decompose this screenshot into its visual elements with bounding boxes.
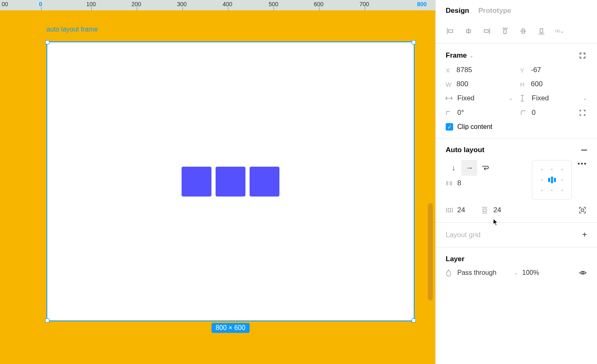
ruler-tick: 200: [131, 1, 141, 7]
alignment-center-indicator: [548, 177, 556, 183]
ruler-tick: 700: [359, 1, 369, 7]
align-bottom-icon[interactable]: [537, 27, 546, 36]
svg-rect-30: [483, 209, 486, 211]
individual-corners-icon[interactable]: [578, 108, 587, 117]
tab-prototype[interactable]: Prototype: [478, 7, 511, 15]
h-sizing-select[interactable]: Fixed: [457, 94, 505, 102]
panel-tabs: Design Prototype: [436, 0, 597, 22]
ruler-tick: 600: [314, 1, 323, 7]
selected-frame[interactable]: 800 × 600: [46, 41, 415, 321]
individual-padding-icon[interactable]: [578, 206, 587, 215]
padding-h-icon: [446, 207, 453, 213]
inspector-panel: Design Prototype ⌄ Frame ⌄ X8785 Y-67 W8…: [435, 0, 597, 364]
ruler-horizontal: 00 0 100 200 300 400 500 600 700 800: [0, 0, 435, 10]
svg-point-40: [582, 272, 584, 274]
alignment-box[interactable]: [532, 160, 572, 200]
align-hcenter-icon[interactable]: [464, 27, 473, 36]
y-input[interactable]: -67: [531, 66, 587, 74]
selection-dimensions-badge: 800 × 600: [211, 323, 250, 333]
padding-v-input[interactable]: 24: [493, 206, 501, 214]
add-layout-grid-icon[interactable]: +: [582, 230, 587, 240]
resize-handle-top-right[interactable]: [412, 40, 416, 44]
align-right-icon[interactable]: [482, 27, 491, 36]
h-label: H: [520, 81, 527, 88]
rotation-icon: [446, 110, 453, 116]
blend-mode-select[interactable]: Pass through: [457, 269, 510, 277]
rectangle-child[interactable]: [250, 167, 279, 197]
svg-rect-7: [504, 29, 506, 34]
align-left-icon[interactable]: [446, 27, 455, 36]
frame-section: Frame ⌄ X8785 Y-67 W800 H600 Fixed⌄ Fixe…: [436, 43, 597, 138]
ruler-tick: 00: [2, 1, 8, 7]
svg-rect-39: [581, 209, 584, 211]
frame-section-title[interactable]: Frame: [446, 51, 467, 60]
clip-content-checkbox[interactable]: ✓: [446, 123, 453, 131]
align-top-icon[interactable]: [500, 27, 510, 36]
corner-radius-icon: [520, 110, 528, 116]
direction-horizontal-button[interactable]: →: [461, 160, 477, 176]
resize-handle-bottom-right[interactable]: [412, 318, 416, 323]
horizontal-constraint-icon: [446, 96, 453, 100]
rectangle-child[interactable]: [216, 167, 245, 197]
padding-v-icon: [482, 206, 489, 214]
direction-wrap-button[interactable]: [477, 160, 493, 176]
vertical-scrollbar[interactable]: [428, 203, 433, 301]
svg-rect-11: [540, 29, 543, 33]
direction-vertical-button[interactable]: ↓: [446, 160, 461, 176]
radius-input[interactable]: 0: [532, 109, 574, 117]
chevron-down-icon[interactable]: ⌄: [469, 53, 473, 58]
alignment-bar: ⌄: [436, 22, 597, 43]
w-label: W: [446, 81, 452, 88]
rotation-input[interactable]: 0°: [457, 109, 513, 117]
y-label: Y: [520, 67, 527, 74]
ruler-tick: 500: [269, 1, 278, 7]
svg-rect-1: [449, 30, 453, 32]
x-label: X: [446, 67, 452, 74]
padding-h-input[interactable]: 24: [457, 206, 465, 214]
svg-rect-27: [448, 209, 451, 212]
ruler-tick: 400: [223, 1, 232, 7]
ruler-tick: 100: [86, 1, 96, 7]
distribute-icon[interactable]: ⌄: [555, 27, 564, 36]
x-input[interactable]: 8785: [456, 66, 513, 74]
gap-icon: [446, 180, 453, 186]
ruler-tick: 0: [39, 1, 42, 7]
blend-mode-icon: [446, 269, 453, 277]
chevron-down-icon[interactable]: ⌄: [514, 270, 518, 276]
layer-title: Layer: [446, 255, 464, 263]
frame-name-label[interactable]: auto layout frame: [46, 26, 98, 33]
resize-handle-bottom-left[interactable]: [45, 318, 49, 323]
ruler-tick: 300: [177, 1, 187, 7]
rectangle-child[interactable]: [182, 167, 211, 197]
clip-content-label: Clip content: [457, 123, 493, 131]
w-input[interactable]: 800: [456, 80, 513, 88]
svg-rect-14: [557, 30, 558, 32]
layout-grid-section: Layout grid +: [436, 222, 597, 247]
v-sizing-select[interactable]: Fixed: [532, 94, 579, 102]
auto-layout-more-icon[interactable]: •••: [578, 160, 587, 167]
visibility-icon[interactable]: [579, 270, 587, 276]
layer-section: Layer Pass through ⌄ 100%: [436, 247, 597, 284]
auto-layout-section: Auto layout ↓ → 8: [436, 138, 597, 222]
layout-grid-title: Layout grid: [446, 231, 481, 239]
resize-handle-top-left[interactable]: [45, 40, 49, 44]
gap-input[interactable]: 8: [457, 179, 493, 187]
canvas-area[interactable]: 00 0 100 200 300 400 500 600 700 800 aut…: [0, 0, 435, 364]
align-vcenter-icon[interactable]: [519, 27, 528, 36]
vertical-constraint-icon: [520, 95, 528, 102]
cursor-icon: [493, 218, 499, 226]
h-input[interactable]: 600: [531, 80, 587, 88]
tab-design[interactable]: Design: [446, 7, 469, 15]
ruler-tick: 800: [417, 1, 427, 7]
opacity-input[interactable]: 100%: [522, 269, 575, 277]
resize-to-fit-icon[interactable]: [578, 51, 587, 60]
remove-auto-layout-icon[interactable]: [581, 150, 587, 150]
svg-rect-5: [484, 30, 488, 32]
auto-layout-title: Auto layout: [446, 146, 485, 154]
